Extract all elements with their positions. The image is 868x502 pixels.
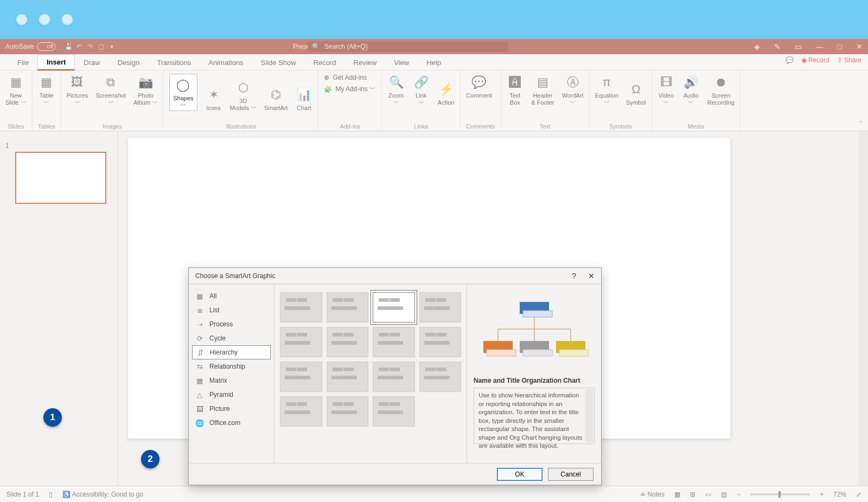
view-reading-icon[interactable]: ▭ <box>705 491 711 498</box>
zoom-in-icon[interactable]: + <box>820 491 824 498</box>
zoom-percent[interactable]: 72% <box>833 491 846 498</box>
layout-option-0[interactable] <box>280 292 322 323</box>
wordart-button[interactable]: ⒶWordArt﹀ <box>562 74 584 106</box>
cancel-button[interactable]: Cancel <box>548 468 593 481</box>
desc-scrollbar[interactable] <box>585 389 593 442</box>
layout-option-10[interactable] <box>373 362 415 392</box>
dialog-help-icon[interactable]: ? <box>572 272 576 280</box>
traffic-light-close[interactable] <box>16 14 27 25</box>
pen-icon[interactable]: ✎ <box>774 42 781 51</box>
close-icon[interactable]: ✕ <box>856 42 863 51</box>
category-pyramid[interactable]: △Pyramid <box>189 388 274 402</box>
minimize-icon[interactable]: — <box>816 42 824 51</box>
screenshot-button[interactable]: ⧉Screenshot﹀ <box>95 74 126 106</box>
video-button[interactable]: 🎞Video﹀ <box>658 74 675 106</box>
category-all[interactable]: ▦All <box>189 289 274 303</box>
layout-option-9[interactable] <box>327 362 369 392</box>
layout-option-11[interactable] <box>419 362 462 392</box>
layout-option-7[interactable] <box>419 327 462 357</box>
tab-design[interactable]: Design <box>109 55 148 70</box>
tab-review[interactable]: Review <box>345 55 386 70</box>
search-box[interactable]: 🔍 Search (Alt+Q) <box>308 41 508 52</box>
icons-button[interactable]: ✶Icons <box>205 86 222 112</box>
tab-slide-show[interactable]: Slide Show <box>252 55 305 70</box>
layout-option-13[interactable] <box>327 396 369 427</box>
tab-record[interactable]: Record <box>305 55 345 70</box>
screen-rec-button[interactable]: ⏺ScreenRecording <box>707 74 735 106</box>
smartart-button[interactable]: ⌬SmartArt <box>264 86 288 112</box>
new-slide-button[interactable]: ▦NewSlide ﹀ <box>5 74 27 106</box>
my-add-ins-button[interactable]: 🧩My Add-ins ﹀ <box>324 85 376 94</box>
zoom-out-icon[interactable]: − <box>737 491 741 498</box>
vertical-scrollbar[interactable] <box>858 131 868 486</box>
layout-option-1[interactable] <box>327 292 369 323</box>
undo-icon[interactable]: ↶ <box>74 43 85 50</box>
symbol-button[interactable]: ΩSymbol <box>626 81 646 106</box>
table-button[interactable]: ▦Table﹀ <box>38 74 55 106</box>
maximize-icon[interactable]: □ <box>838 42 842 51</box>
tab-help[interactable]: Help <box>418 55 450 70</box>
layout-option-8[interactable] <box>280 362 322 392</box>
layout-option-5[interactable] <box>327 327 369 357</box>
layout-option-4[interactable] <box>280 327 322 357</box>
3d-models-button[interactable]: ⬡3DModels ﹀ <box>230 79 257 111</box>
tab-transitions[interactable]: Transitions <box>148 55 200 70</box>
comments-pane-icon[interactable]: 💬 <box>786 56 794 64</box>
view-normal-icon[interactable]: ▦ <box>674 491 680 498</box>
layout-option-12[interactable] <box>280 396 322 427</box>
audio-button[interactable]: 🔊Audio﹀ <box>682 74 700 106</box>
traffic-light-max[interactable] <box>62 14 73 25</box>
category-office-com[interactable]: 🌐Office.com <box>189 416 274 430</box>
share-button[interactable]: ⇪ Share <box>837 56 861 64</box>
pictures-button[interactable]: 🖼Pictures﹀ <box>67 74 88 106</box>
tab-file[interactable]: File <box>9 55 37 70</box>
zoom-button[interactable]: 🔍Zoom﹀ <box>387 74 405 106</box>
category-relationship[interactable]: ⇆Relationship <box>189 359 274 374</box>
layout-option-14[interactable] <box>373 396 415 427</box>
action-button[interactable]: ⚡Action <box>437 81 455 106</box>
header-footer-button[interactable]: ▤Header& Footer <box>531 74 554 106</box>
zoom-slider[interactable] <box>750 493 810 495</box>
link-button[interactable]: 🔗Link﹀ <box>412 74 430 106</box>
category-matrix[interactable]: ▦Matrix <box>189 374 274 388</box>
layout-option-3[interactable] <box>419 292 462 323</box>
comment-button[interactable]: 💬Comment <box>466 74 492 99</box>
equation-button[interactable]: πEquation﹀ <box>595 74 618 106</box>
category-cycle[interactable]: ⟳Cycle <box>189 331 274 345</box>
layout-option-6[interactable] <box>373 327 415 357</box>
tab-animations[interactable]: Animations <box>200 55 252 70</box>
from-beginning-icon[interactable]: ▢ <box>95 43 106 50</box>
window-layout-icon[interactable]: ▭ <box>795 42 802 51</box>
category-picture[interactable]: 🖼Picture <box>189 402 274 416</box>
view-sorter-icon[interactable]: ⊞ <box>690 491 695 498</box>
slide-thumbnail-1[interactable] <box>15 152 106 204</box>
ok-button[interactable]: OK <box>497 468 542 481</box>
shapes-button[interactable]: ◯Shapes﹀ <box>169 74 197 111</box>
redo-icon[interactable]: ↷ <box>85 43 95 50</box>
dialog-close-icon[interactable]: ✕ <box>588 272 595 280</box>
accessibility-status[interactable]: ♿ Accessibility: Good to go <box>62 491 143 498</box>
text-box-button[interactable]: 🅰TextBox <box>506 74 524 106</box>
notes-button[interactable]: ≐ Notes <box>640 491 665 498</box>
photo-album-button[interactable]: 📷PhotoAlbum ﹀ <box>133 74 158 106</box>
qat-overflow-icon[interactable]: ▾ <box>106 43 117 50</box>
tab-view[interactable]: View <box>385 55 418 70</box>
category-hierarchy[interactable]: ⇵Hierarchy <box>192 345 271 359</box>
save-icon[interactable]: 💾 <box>63 43 74 50</box>
collapse-ribbon-icon[interactable]: ˄ <box>859 120 863 128</box>
coming-soon-icon[interactable]: ◈ <box>754 42 760 51</box>
category-process[interactable]: ➝Process <box>189 317 274 331</box>
ribbon-tabs: FileInsertDrawDesignTransitionsAnimation… <box>0 54 868 70</box>
record-button[interactable]: ◉ Record <box>801 56 829 64</box>
view-slideshow-icon[interactable]: ▤ <box>721 491 727 498</box>
category-list[interactable]: ≣List <box>189 303 274 317</box>
layout-option-2[interactable] <box>373 292 415 323</box>
chart-button[interactable]: 📊Chart <box>295 86 312 112</box>
fit-to-window-icon[interactable]: ⤢ <box>856 491 861 498</box>
tab-draw[interactable]: Draw <box>75 55 108 70</box>
get-add-ins-button[interactable]: ⊕Get Add-ins <box>324 74 376 81</box>
slide-thumbnails-pane[interactable]: 1 <box>0 131 118 486</box>
autosave-toggle[interactable]: Off <box>37 42 55 51</box>
tab-insert[interactable]: Insert <box>37 54 75 70</box>
traffic-light-min[interactable] <box>39 14 50 25</box>
